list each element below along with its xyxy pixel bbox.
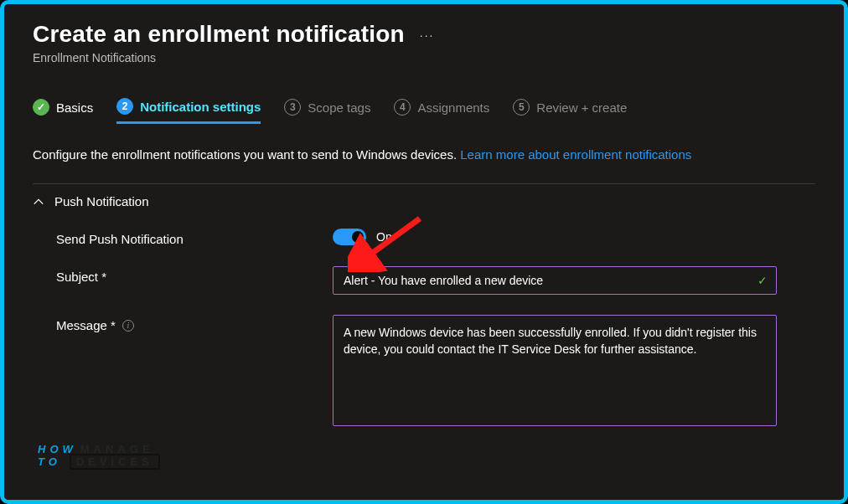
tab-label: Review + create xyxy=(536,100,627,115)
watermark-devices: DEVICES xyxy=(70,454,160,470)
tab-review-create[interactable]: 5 Review + create xyxy=(513,99,627,122)
toggle-send-push[interactable] xyxy=(333,229,366,245)
more-actions-button[interactable]: ··· xyxy=(420,28,435,42)
subject-input-wrapper: ✓ xyxy=(333,266,777,295)
label-subject: Subject * xyxy=(56,266,333,284)
check-icon xyxy=(33,99,49,116)
description-text: Configure the enrollment notifications y… xyxy=(33,147,815,162)
section-toggle-push-notification[interactable]: Push Notification xyxy=(33,194,815,208)
breadcrumb: Enrollment Notifications xyxy=(33,51,815,64)
content-panel: Create an enrollment notification ··· En… xyxy=(4,4,844,500)
description-body: Configure the enrollment notifications y… xyxy=(33,147,460,162)
step-number: 4 xyxy=(394,99,411,116)
tab-label: Scope tags xyxy=(308,100,370,115)
tab-notification-settings[interactable]: 2 Notification settings xyxy=(116,98,261,124)
message-input[interactable] xyxy=(334,316,776,423)
page-title: Create an enrollment notification xyxy=(33,21,405,48)
watermark-logo: HOWMANAGE TODEVICES xyxy=(38,443,160,470)
label-send-push: Send Push Notification xyxy=(56,229,333,246)
tab-assignments[interactable]: 4 Assignments xyxy=(394,99,489,122)
section-title: Push Notification xyxy=(54,194,149,208)
toggle-state-label: On xyxy=(376,230,392,244)
watermark-to: TO xyxy=(38,455,61,468)
row-subject: Subject * ✓ xyxy=(56,266,815,295)
form-push-notification: Send Push Notification On Subject * ✓ xyxy=(33,229,815,426)
learn-more-link[interactable]: Learn more about enrollment notification… xyxy=(460,147,691,162)
valid-check-icon: ✓ xyxy=(758,274,768,287)
watermark-manage: MANAGE xyxy=(80,443,154,455)
tab-scope-tags[interactable]: 3 Scope tags xyxy=(284,99,370,122)
watermark-how: HOW xyxy=(38,443,77,455)
tab-basics[interactable]: Basics xyxy=(33,99,93,122)
step-number: 2 xyxy=(116,98,133,115)
info-icon[interactable]: i xyxy=(122,320,134,332)
chevron-up-icon xyxy=(33,196,44,208)
message-input-wrapper xyxy=(333,315,777,426)
row-message: Message * i xyxy=(56,315,815,426)
tab-label: Notification settings xyxy=(140,100,261,114)
divider xyxy=(33,183,815,184)
page-header: Create an enrollment notification ··· xyxy=(33,21,815,51)
tab-label: Assignments xyxy=(417,100,489,115)
step-number: 5 xyxy=(513,99,530,116)
wizard-steps: Basics 2 Notification settings 3 Scope t… xyxy=(33,98,815,124)
subject-input[interactable] xyxy=(334,267,776,294)
app-window: Create an enrollment notification ··· En… xyxy=(0,0,848,504)
row-send-push: Send Push Notification On xyxy=(56,229,815,246)
toggle-knob xyxy=(352,231,364,243)
step-number: 3 xyxy=(284,99,301,116)
tab-label: Basics xyxy=(56,100,93,115)
label-message: Message * xyxy=(56,318,116,332)
